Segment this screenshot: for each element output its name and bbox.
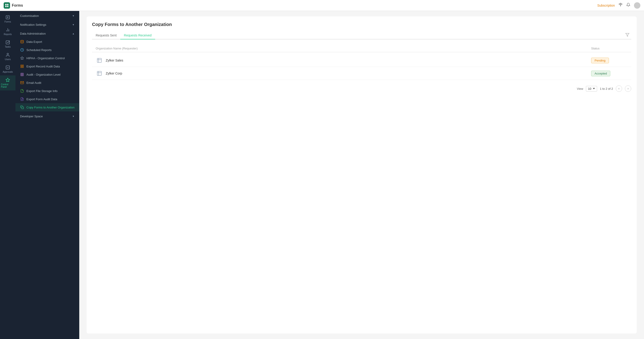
status-zylker-corp: Accepted — [591, 70, 628, 76]
nav-section-header-data-admin[interactable]: Data Administration ▲ — [16, 29, 79, 38]
sidebar-item-control-panel[interactable]: Control Panel — [0, 76, 16, 90]
app-logo: Forms — [4, 2, 23, 9]
svg-rect-12 — [6, 41, 10, 44]
org-icon-zylker-corp — [96, 70, 103, 77]
nav-section-header-notification[interactable]: Notification Settings ▼ — [16, 20, 79, 29]
notification-icon[interactable] — [626, 3, 630, 8]
main-content: Copy Forms to Another Organization Reque… — [79, 11, 644, 339]
nav-section-developer: Developer Space ▼ — [16, 112, 79, 120]
sidebar-item-users[interactable]: Users — [0, 50, 16, 63]
tab-requests-sent[interactable]: Requests Sent — [92, 32, 120, 40]
nav-section-data-admin: Data Administration ▲ Data Export — [16, 29, 79, 112]
nav-item-label-scheduled-reports: Scheduled Reports — [26, 48, 52, 52]
user-avatar[interactable] — [634, 2, 640, 9]
sidebar-item-forms[interactable]: Forms — [0, 13, 16, 25]
pagination-prev-button[interactable]: ‹ — [616, 86, 622, 92]
nav-section-label-notification: Notification Settings — [20, 23, 46, 26]
svg-rect-0 — [5, 4, 6, 5]
svg-rect-31 — [97, 58, 101, 62]
table-row: Zylker Corp Accepted — [92, 67, 631, 80]
nav-item-label-data-export: Data Export — [26, 40, 42, 44]
svg-rect-3 — [7, 6, 8, 7]
chevron-down-icon-developer: ▼ — [72, 115, 74, 118]
svg-rect-34 — [97, 71, 101, 76]
topbar-right: Subscription — [597, 2, 640, 9]
nav-item-export-record-audit[interactable]: Export Record Audit Data — [16, 62, 79, 70]
database-icon — [20, 40, 24, 44]
org-icon-zylker-sales — [96, 57, 103, 64]
main-layout: Forms Reports Tasks Users — [0, 11, 644, 339]
nav-item-email-audit[interactable]: Email Audit — [16, 78, 79, 87]
chevron-up-icon-data-admin: ▲ — [72, 32, 74, 35]
sidebar-label-approvals: Approvals — [3, 70, 13, 73]
nav-item-data-export[interactable]: Data Export — [16, 38, 79, 46]
sidebar-item-reports[interactable]: Reports — [0, 25, 16, 38]
svg-point-15 — [21, 40, 24, 41]
logo-icon — [4, 2, 10, 9]
nav-item-label-audit-org: Audit - Organization Level — [26, 73, 60, 76]
svg-rect-2 — [5, 6, 6, 7]
topbar: Forms Subscription — [0, 0, 644, 11]
nav-item-copy-forms[interactable]: Copy Forms to Another Organization — [16, 103, 79, 112]
chevron-down-icon: ▼ — [72, 14, 74, 17]
pagination-per-page-select[interactable]: 10 25 50 — [586, 86, 597, 92]
sidebar-item-tasks[interactable]: Tasks — [0, 38, 16, 50]
pagination-view-label: View — [577, 87, 583, 90]
nav-section-label-customisation: Customisation — [20, 14, 39, 18]
sidebar-label-reports: Reports — [4, 33, 12, 36]
status-zylker-sales: Pending — [591, 58, 628, 63]
col-header-org-name: Organization Name (Requester) — [96, 47, 591, 50]
status-badge-accepted: Accepted — [591, 70, 610, 76]
hipaa-icon — [20, 56, 24, 60]
nav-section-header-customisation[interactable]: Customisation ▼ — [16, 11, 79, 20]
nav-item-export-file-storage[interactable]: Export File Storage Info — [16, 87, 79, 95]
app-name: Forms — [12, 4, 23, 8]
nav-item-label-export-file-storage: Export File Storage Info — [26, 89, 58, 93]
nav-item-label-export-form-audit: Export Form Audit Data — [26, 98, 57, 101]
svg-marker-30 — [626, 33, 629, 36]
chevron-down-icon-notification: ▼ — [72, 24, 74, 26]
clock-icon — [20, 48, 24, 52]
nav-item-export-form-audit[interactable]: Export Form Audit Data — [16, 95, 79, 103]
nav-item-label-email-audit: Email Audit — [26, 81, 41, 84]
page-title: Copy Forms to Another Organization — [92, 22, 631, 27]
status-badge-pending: Pending — [591, 58, 609, 63]
nav-section-label-developer: Developer Space — [20, 114, 43, 118]
email-icon — [20, 81, 24, 85]
nav-item-scheduled-reports[interactable]: Scheduled Reports — [16, 46, 79, 54]
svg-rect-20 — [22, 66, 24, 68]
org-name-zylker-corp: Zylker Corp — [106, 72, 591, 75]
tabs-container: Requests Sent Requests Received — [92, 32, 631, 40]
svg-rect-19 — [21, 66, 22, 68]
broadcast-icon[interactable] — [618, 3, 622, 8]
col-header-status: Status — [591, 47, 628, 50]
svg-rect-17 — [21, 65, 22, 66]
nav-item-hipaa[interactable]: HIPAA - Organization Control — [16, 54, 79, 62]
tab-requests-received[interactable]: Requests Received — [120, 32, 155, 40]
nav-item-label-hipaa: HIPAA - Organization Control — [26, 56, 65, 60]
nav-section-notification: Notification Settings ▼ — [16, 20, 79, 29]
file-storage-icon — [20, 89, 24, 93]
table-row: Zylker Sales Pending — [92, 54, 631, 67]
svg-point-13 — [7, 53, 9, 55]
pagination-info: 1 to 2 of 2 — [600, 87, 613, 90]
org-name-zylker-sales: Zylker Sales — [106, 58, 591, 62]
pagination-next-button[interactable]: › — [625, 86, 631, 92]
grid-icon — [20, 64, 24, 68]
sidebar-item-approvals[interactable]: Approvals — [0, 63, 16, 76]
svg-rect-29 — [22, 107, 24, 109]
svg-rect-18 — [22, 65, 24, 66]
sidebar-label-tasks: Tasks — [5, 46, 11, 48]
form-audit-icon — [20, 97, 24, 101]
nav-item-audit-org[interactable]: Audit - Organization Level — [16, 70, 79, 78]
sidebar-label-users: Users — [5, 58, 11, 60]
filter-icon[interactable] — [625, 33, 630, 38]
nav-sidebar: Customisation ▼ Notification Settings ▼ … — [16, 11, 79, 339]
nav-section-label-data-admin: Data Administration — [20, 32, 46, 35]
nav-section-header-developer[interactable]: Developer Space ▼ — [16, 112, 79, 120]
page-container: Copy Forms to Another Organization Reque… — [86, 16, 637, 334]
subscription-link[interactable]: Subscription — [597, 4, 615, 7]
nav-section-customisation: Customisation ▼ — [16, 11, 79, 20]
sidebar-label-forms: Forms — [4, 20, 11, 23]
table-header: Organization Name (Requester) Status — [92, 45, 631, 52]
